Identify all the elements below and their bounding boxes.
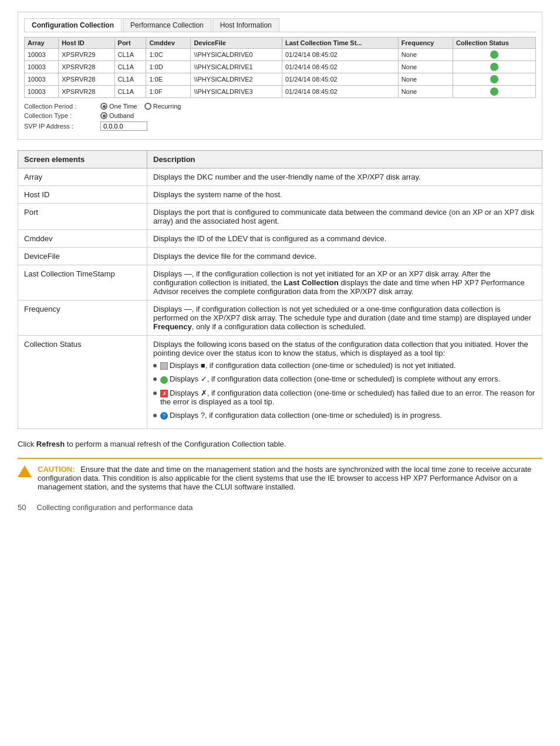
desc-description-cell: Displays the following icons based on th… [147,336,542,428]
desc-table-row: Host IDDisplays the system name of the h… [18,186,542,204]
radio-one-time-dot[interactable] [100,103,107,110]
table-cell: None [398,86,453,98]
svp-ip-input[interactable] [100,121,147,131]
table-cell: 1:0C [146,49,191,61]
col-header-array: Array [25,38,59,49]
table-cell: XPSRVR29 [59,49,114,61]
col-header-status: Collection Status [453,38,535,49]
table-cell: None [398,49,453,61]
status-green-icon [490,50,498,59]
table-cell: 10003 [25,61,59,73]
collection-type-label: Collection Type : [24,112,100,119]
table-cell-status [453,61,535,73]
refresh-bold-text: Refresh [36,440,65,448]
svp-ip-label: SVP IP Address : [24,123,100,130]
table-cell: \\PHYSICALDRIVE2 [191,73,282,86]
status-green-icon [490,63,498,71]
bullet-text: Displays ✓, if configuration data collec… [160,374,500,383]
tab-host-info[interactable]: Host Information [212,18,279,32]
radio-one-time-label: One Time [109,103,137,110]
desc-table-row: CmddevDisplays the ID of the LDEV that i… [18,230,542,248]
radio-recurring-dot[interactable] [144,103,151,110]
desc-text: Displays the port that is configured to … [147,204,542,230]
desc-element-cell: Cmddev [18,230,147,248]
desc-description-cell: Displays —, if configuration collection … [147,301,542,336]
bullet-item: ?Displays ?, if configuration data colle… [153,411,536,420]
table-row: 10003XPSRVR28CL1A1:0F\\PHYSICALDRIVE301/… [25,86,536,98]
table-cell: 10003 [25,86,59,98]
bullet-text: ✗Displays ✗, if configuration data colle… [160,389,536,406]
page-footer: 50 Collecting configuration and performa… [18,503,542,512]
table-cell: XPSRVR28 [59,86,114,98]
desc-header-element: Screen elements [18,151,147,168]
col-header-frequency: Frequency [398,38,453,49]
desc-table-row: DeviceFileDisplays the device file for t… [18,248,542,265]
desc-text: Displays the system name of the host. [147,186,542,204]
desc-text: Displays the DKC number and the user-fri… [147,168,542,186]
desc-element-cell: Collection Status [18,336,147,428]
table-cell: 1:0D [146,61,191,73]
bullet-text: ?Displays ?, if configuration data colle… [160,411,442,420]
tab-configuration[interactable]: Configuration Collection [24,18,122,32]
table-cell: 01/24/14 08:45:02 [282,61,398,73]
table-cell: 01/24/14 08:45:02 [282,73,398,86]
table-cell-status [453,86,535,98]
collection-type-options[interactable]: Outband [100,112,134,119]
table-cell: \\PHYSICALDRIVE3 [191,86,282,98]
radio-outband-dot[interactable] [100,112,107,119]
table-row: 10003XPSRVR29CL1A1:0C\\PHYSICALDRIVE001/… [25,49,536,61]
desc-element-cell: Frequency [18,301,147,336]
svp-ip-row: SVP IP Address : [24,121,536,131]
col-header-timestamp: Last Collection Time St... [282,38,398,49]
desc-table-row: FrequencyDisplays —, if configuration co… [18,301,542,336]
tab-performance[interactable]: Performance Collection [123,18,211,32]
collection-type-row: Collection Type : Outband [24,112,536,119]
table-cell: 1:0E [146,73,191,86]
caution-triangle-icon [18,465,32,477]
radio-recurring-label: Recurring [153,103,181,110]
table-cell: CL1A [114,61,146,73]
col-header-cmddev: Cmddev [146,38,191,49]
tab-bar[interactable]: Configuration Collection Performance Col… [24,18,536,32]
configuration-table: Array Host ID Port Cmddev DeviceFile Las… [24,37,536,98]
description-table: Screen elements Description ArrayDisplay… [18,150,542,428]
caution-label: CAUTION: [38,465,75,474]
table-cell: \\PHYSICALDRIVE1 [191,61,282,73]
bullet-dot-icon [153,391,157,395]
collection-period-options[interactable]: One Time Recurring [100,103,181,110]
table-cell: None [398,73,453,86]
table-cell: \\PHYSICALDRIVE0 [191,49,282,61]
footer-text: Collecting configuration and performance… [37,503,193,512]
bullet-dot-icon [153,364,157,367]
table-cell: 10003 [25,49,59,61]
status-green-icon [490,87,498,96]
refresh-text-before: Click [18,440,36,448]
table-cell: 1:0F [146,86,191,98]
col-header-devicefile: DeviceFile [191,38,282,49]
collection-period-row: Collection Period : One Time Recurring [24,103,536,110]
caution-content: CAUTION: Ensure that the date and time o… [38,465,542,491]
page-number: 50 [18,503,26,512]
status-bullet-list: Displays ■, if configuration data collec… [153,361,536,419]
table-cell-status [453,49,535,61]
bullet-text: Displays ■, if configuration data collec… [160,361,456,370]
table-cell: 01/24/14 08:45:02 [282,86,398,98]
desc-description-cell: Displays —, if the configuration collect… [147,265,542,301]
col-header-port: Port [114,38,146,49]
table-row: 10003XPSRVR28CL1A1:0E\\PHYSICALDRIVE201/… [25,73,536,86]
desc-table-row: Last Collection TimeStampDisplays —, if … [18,265,542,301]
radio-outband[interactable]: Outband [100,112,134,119]
desc-element-cell: DeviceFile [18,248,147,265]
caution-text: Ensure that the date and time on the man… [38,465,531,491]
table-cell: XPSRVR28 [59,73,114,86]
desc-table-row: Collection StatusDisplays the following … [18,336,542,428]
collection-period-label: Collection Period : [24,103,100,110]
table-cell: CL1A [114,86,146,98]
radio-one-time[interactable]: One Time [100,103,137,110]
desc-element-cell: Last Collection TimeStamp [18,265,147,301]
table-cell: CL1A [114,49,146,61]
bullet-item: Displays ■, if configuration data collec… [153,361,536,370]
col-header-hostid: Host ID [59,38,114,49]
radio-recurring[interactable]: Recurring [144,103,181,110]
desc-header-description: Description [147,151,542,168]
